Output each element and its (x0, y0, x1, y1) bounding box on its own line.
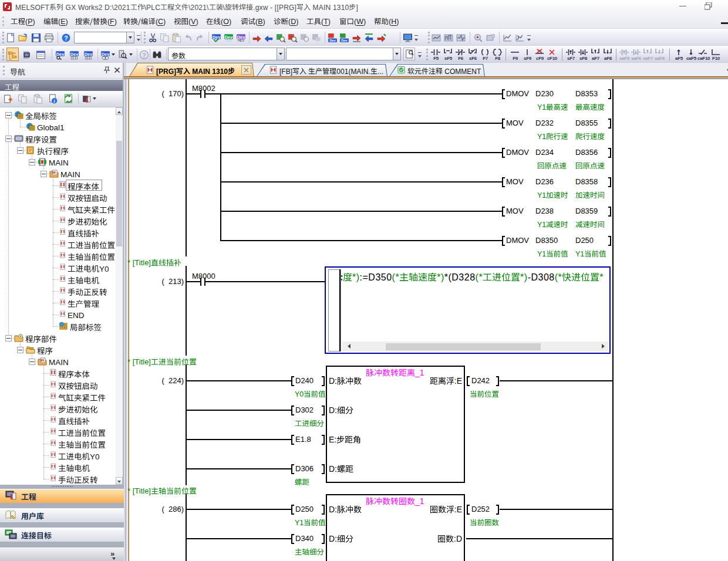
svg-text:Dev: Dev (329, 39, 336, 42)
svg-text:Dev: Dev (341, 39, 348, 42)
svg-text:Dev: Dev (213, 35, 221, 40)
svg-text:Dev: Dev (56, 52, 65, 57)
svg-text:HEX: HEX (238, 39, 244, 42)
svg-text:Dev: Dev (70, 52, 79, 57)
svg-text:Dev: Dev (225, 35, 233, 40)
svg-text:?: ? (64, 35, 68, 42)
svg-text:?: ? (142, 52, 146, 59)
svg-text:Dev: Dev (85, 52, 93, 57)
svg-text:i: i (54, 99, 55, 104)
svg-text:Dev: Dev (102, 52, 110, 57)
